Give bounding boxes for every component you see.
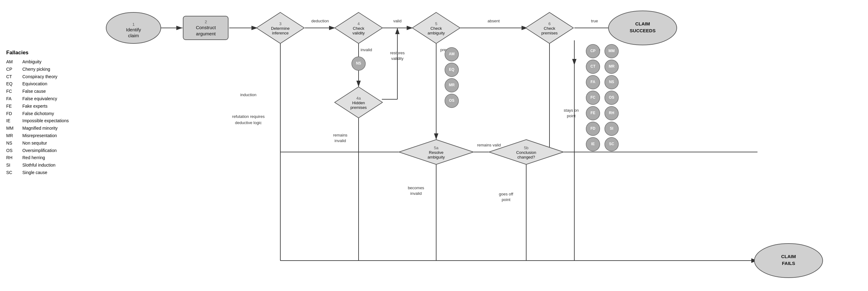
legend-abbr: FC [6,88,18,95]
legend-label: False dichotomy [22,110,54,118]
svg-text:ambiguity: ambiguity [428,155,445,159]
svg-text:changed?: changed? [517,155,535,159]
svg-text:NS: NS [356,61,361,65]
svg-text:CLAIM: CLAIM [635,21,650,26]
label-remains-valid: remains valid [477,143,501,148]
svg-text:EQ: EQ [449,67,454,72]
legend-label: False equivalency [22,95,57,103]
legend-items: AMAmbiguityCPCherry pickingCTConspiracy … [6,58,112,176]
legend-label: Slothful induction [22,162,56,169]
legend-abbr: FA [6,95,18,103]
label-refutation1: refutation requires [232,114,265,119]
legend-abbr: CT [6,73,18,80]
legend-item: CTConspiracy theory [6,73,112,80]
svg-text:Identify: Identify [126,27,141,32]
svg-text:premises: premises [541,31,558,35]
svg-text:RH: RH [609,111,614,115]
legend-abbr: NS [6,139,18,147]
flowchart: deduction valid absent true induction re… [105,3,863,289]
legend-item: EQEquivocation [6,80,112,88]
svg-text:Determine: Determine [271,26,290,31]
svg-text:MM: MM [609,49,615,53]
svg-text:SC: SC [609,142,614,146]
svg-text:ambiguity: ambiguity [428,31,445,35]
svg-text:Check: Check [544,26,555,31]
svg-text:OS: OS [609,95,614,100]
svg-text:IE: IE [591,142,594,146]
label-valid: valid [393,19,402,23]
svg-text:validity: validity [352,31,365,35]
svg-text:CLAIM: CLAIM [781,254,796,259]
legend-item: SCSingle cause [6,169,112,176]
legend-abbr: SI [6,162,18,169]
svg-text:argument: argument [196,31,216,36]
svg-text:Resolve: Resolve [429,150,444,155]
legend-abbr: SC [6,169,18,176]
legend-label: Fake experts [22,103,48,110]
svg-text:claim: claim [128,33,139,38]
svg-text:MR: MR [609,64,615,69]
legend-label: Equivocation [22,80,47,88]
legend-item: FAFalse equivalency [6,95,112,103]
svg-text:premises: premises [350,105,367,110]
label-invalid: invalid [361,47,372,52]
legend-label: False cause [22,88,45,95]
legend-label: Misrepresentation [22,132,57,139]
svg-text:SUCCEEDS: SUCCEEDS [629,28,655,33]
legend-item: OSOversimplification [6,147,112,155]
svg-text:CP: CP [590,49,596,53]
svg-text:4a: 4a [356,96,361,100]
legend-abbr: EQ [6,80,18,88]
label-point2: point [502,197,511,202]
svg-text:Conclusion: Conclusion [516,150,536,155]
svg-text:FAILS: FAILS [782,261,795,266]
label-deduction: deduction [311,19,329,23]
label-becomes-invalid: becomes [408,186,424,190]
legend-abbr: IE [6,117,18,125]
svg-text:FD: FD [590,126,595,131]
legend-label: Magnified minority [22,125,58,132]
legend-label: Conspiracy theory [22,73,57,80]
legend-item: FCFalse cause [6,88,112,95]
svg-text:2: 2 [205,20,207,24]
legend-item: AMAmbiguity [6,58,112,66]
legend-label: Non sequitur [22,139,47,147]
legend-abbr: AM [6,58,18,66]
legend-label: Red herring [22,154,45,162]
label-invalid2: invalid [335,138,346,143]
svg-text:FE: FE [590,111,595,115]
svg-text:5b: 5b [524,146,528,150]
legend-item: NSNon sequitur [6,139,112,147]
legend-label: Oversimplification [22,147,57,155]
legend-item: RHRed herring [6,154,112,162]
label-refutation2: deductive logic [235,120,262,125]
svg-text:5a: 5a [434,146,439,150]
svg-text:Hidden: Hidden [352,100,365,105]
svg-text:SI: SI [610,126,613,131]
legend-abbr: FD [6,110,18,118]
svg-text:4: 4 [357,22,360,26]
svg-text:NS: NS [609,80,614,84]
legend-label: Single cause [22,169,47,176]
svg-text:FA: FA [590,80,595,84]
main-container: Fallacies AMAmbiguityCPCherry pickingCTC… [0,0,868,291]
label-invalid3: invalid [410,191,422,196]
svg-text:5: 5 [435,22,437,26]
svg-text:OS: OS [449,98,454,103]
legend-item: CPCherry picking [6,66,112,73]
legend-abbr: OS [6,147,18,155]
legend-abbr: MM [6,125,18,132]
label-true: true [591,19,598,23]
svg-text:FC: FC [590,95,595,100]
legend-label: Ambiguity [22,58,41,66]
label-stays: stays on [564,108,579,112]
legend-item: MMMagnified minority [6,125,112,132]
legend-item: MRMisrepresentation [6,132,112,139]
label-induction: induction [240,92,256,97]
legend-item: SISlothful induction [6,162,112,169]
legend-item: IEImpossible expectations [6,117,112,125]
legend-abbr: RH [6,154,18,162]
label-goes-off: goes off [499,192,513,196]
legend-label: Cherry picking [22,66,50,73]
legend-label: Impossible expectations [22,117,69,125]
